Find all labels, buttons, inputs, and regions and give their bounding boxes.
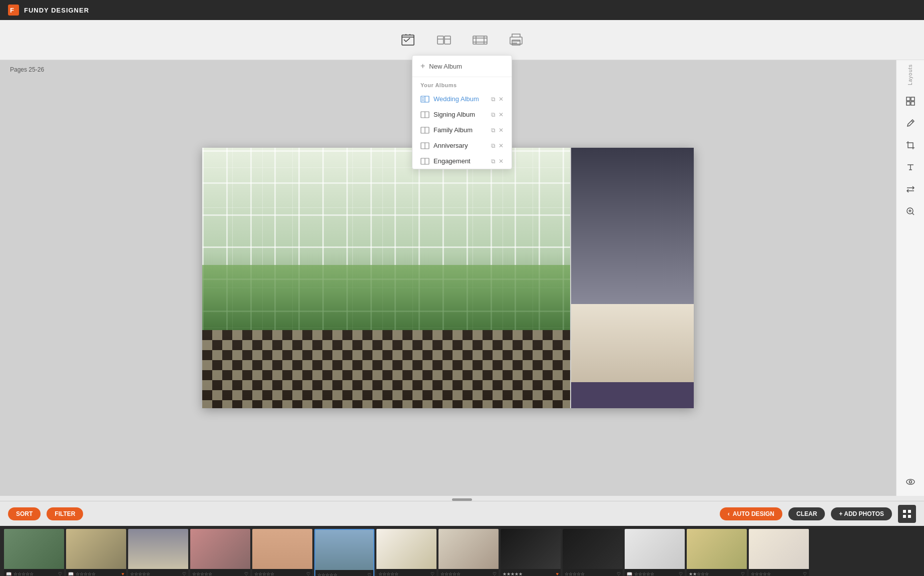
- copy-icon-3[interactable]: ⧉: [491, 127, 496, 134]
- wedding-photo: [202, 148, 570, 408]
- album-item-signing[interactable]: Signing Album ⧉ ✕: [412, 107, 512, 122]
- heart-13: ♡: [803, 571, 807, 576]
- new-album-button[interactable]: + New Album: [412, 56, 512, 77]
- stars-1: ☆☆☆☆☆: [14, 571, 34, 576]
- auto-design-button[interactable]: ‹ AUTO DESIGN: [720, 507, 782, 520]
- dress-photo: [571, 148, 694, 408]
- bottom-controls: SORT FILTER ‹ AUTO DESIGN CLEAR + ADD PH…: [0, 501, 924, 526]
- copy-icon-5[interactable]: ⧉: [491, 158, 496, 165]
- thumb-6[interactable]: ☆☆☆☆☆ ♡: [314, 529, 374, 576]
- stars-9: ★★★★★: [503, 571, 523, 576]
- thumb-7[interactable]: ☆☆☆☆☆ ♡: [376, 529, 436, 576]
- book-icon-2: 📖: [68, 571, 74, 576]
- thumb-13[interactable]: ☆☆☆☆☆ ♡: [749, 529, 809, 576]
- thumb-1[interactable]: 📖 ☆☆☆☆☆ ♡: [4, 529, 64, 576]
- text-tool[interactable]: [900, 157, 920, 177]
- thumb-5[interactable]: ☆☆☆☆☆ ♡: [252, 529, 312, 576]
- copy-icon[interactable]: ⧉: [491, 96, 496, 103]
- app-title: FUNDY DESIGNER: [24, 7, 89, 14]
- thumb-8[interactable]: ☆☆☆☆☆ ♡: [438, 529, 499, 576]
- stars-5: ☆☆☆☆☆: [254, 571, 274, 576]
- thumb-4[interactable]: ☆☆☆☆☆ ♡: [190, 529, 250, 576]
- svg-rect-21: [908, 510, 911, 513]
- heart-5: ♡: [306, 571, 310, 576]
- album-book-icon: [420, 96, 429, 103]
- stars-13: ☆☆☆☆☆: [751, 571, 771, 576]
- copy-icon-4[interactable]: ⧉: [491, 142, 496, 149]
- album-book-icon-5: [420, 158, 429, 165]
- thumb-9[interactable]: ★★★★★ ♥: [501, 529, 561, 576]
- svg-rect-20: [903, 510, 906, 513]
- album-book-icon-4: [420, 142, 429, 149]
- grid-view-button[interactable]: [898, 505, 916, 523]
- svg-rect-15: [906, 102, 910, 105]
- album-item-family[interactable]: Family Album ⧉ ✕: [412, 122, 512, 138]
- preview-tool[interactable]: [900, 472, 920, 492]
- spread: [202, 148, 694, 408]
- toolbar-slideshow[interactable]: [472, 32, 488, 48]
- svg-rect-14: [911, 97, 914, 101]
- album-signing-actions: ⧉ ✕: [491, 111, 504, 118]
- album-name-signing: Signing Album: [433, 111, 487, 118]
- stars-2: ☆☆☆☆☆: [76, 571, 96, 576]
- stars-4: ☆☆☆☆☆: [192, 571, 212, 576]
- heart-1: ♡: [58, 571, 62, 576]
- toolbar-album[interactable]: [400, 32, 416, 48]
- album-engagement-actions: ⧉ ✕: [491, 158, 504, 165]
- toolbar-print[interactable]: [508, 32, 524, 48]
- heart-6: ♡: [367, 572, 371, 576]
- close-icon-4[interactable]: ✕: [499, 142, 504, 149]
- album-family-actions: ⧉ ✕: [491, 127, 504, 134]
- stars-10: ☆☆☆☆☆: [565, 571, 585, 576]
- right-sidebar: Layouts: [896, 60, 924, 496]
- zoom-tool[interactable]: [900, 201, 920, 221]
- svg-rect-5: [473, 36, 487, 44]
- album-item-engagement[interactable]: Engagement ⧉ ✕: [412, 153, 512, 169]
- thumb-12[interactable]: ★★☆☆☆ ♡: [687, 529, 747, 576]
- album-book-icon-2: [420, 111, 429, 118]
- svg-rect-22: [903, 515, 906, 518]
- new-album-label: New Album: [429, 63, 462, 70]
- svg-point-18: [906, 479, 914, 484]
- thumb-10[interactable]: ☆☆☆☆☆ ♡: [563, 529, 623, 576]
- filter-button[interactable]: FILTER: [47, 507, 83, 520]
- right-page[interactable]: [571, 148, 694, 408]
- svg-rect-4: [444, 36, 450, 44]
- album-book-icon-3: [420, 127, 429, 134]
- stars-12: ★★☆☆☆: [689, 571, 709, 576]
- album-wedding-actions: ⧉ ✕: [491, 96, 504, 103]
- heart-11: ♡: [679, 571, 683, 576]
- close-icon-2[interactable]: ✕: [499, 111, 504, 118]
- brush-tool[interactable]: [900, 113, 920, 133]
- heart-4: ♡: [244, 571, 248, 576]
- album-item-anniversary[interactable]: Anniversary ⧉ ✕: [412, 138, 512, 153]
- page-label: Pages 25-26: [10, 66, 44, 73]
- crop-tool[interactable]: [900, 135, 920, 155]
- app-logo: F: [8, 5, 19, 16]
- album-dropdown: + New Album Your Albums Wedding Album ⧉ …: [412, 55, 512, 169]
- book-icon-11: 📖: [627, 571, 632, 576]
- copy-icon-2[interactable]: ⧉: [491, 111, 496, 118]
- close-icon-5[interactable]: ✕: [499, 158, 504, 165]
- swap-tool[interactable]: [900, 179, 920, 199]
- bottom-wrapper: SORT FILTER ‹ AUTO DESIGN CLEAR + ADD PH…: [0, 498, 924, 576]
- album-item-wedding[interactable]: Wedding Album ⧉ ✕: [412, 91, 512, 107]
- album-name-family: Family Album: [433, 126, 487, 134]
- toolbar-gallery[interactable]: [436, 32, 452, 48]
- layouts-tool[interactable]: [900, 91, 920, 111]
- add-photos-button[interactable]: + ADD PHOTOS: [831, 507, 892, 520]
- thumb-2[interactable]: 📖 ☆☆☆☆☆ ♥: [66, 529, 126, 576]
- left-page[interactable]: [202, 148, 570, 408]
- close-icon-3[interactable]: ✕: [499, 127, 504, 134]
- your-albums-label: Your Albums: [412, 77, 512, 91]
- topbar: F FUNDY DESIGNER: [0, 0, 924, 20]
- album-anniversary-actions: ⧉ ✕: [491, 142, 504, 149]
- stars-6: ☆☆☆☆☆: [317, 572, 337, 576]
- thumb-11[interactable]: 📖 ☆☆☆☆☆ ♡: [625, 529, 685, 576]
- book-icon-1: 📖: [6, 571, 12, 576]
- thumb-3[interactable]: ☆☆☆☆☆ ♡: [128, 529, 188, 576]
- close-icon[interactable]: ✕: [499, 96, 504, 103]
- sort-button[interactable]: SORT: [8, 507, 41, 520]
- heart-2: ♥: [122, 571, 124, 576]
- clear-button[interactable]: CLEAR: [788, 507, 825, 520]
